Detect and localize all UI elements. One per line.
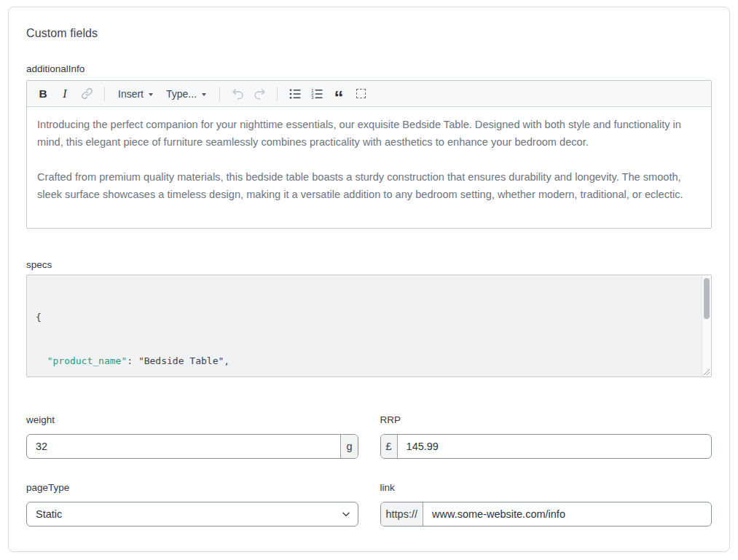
- undo-icon: [231, 87, 245, 100]
- bold-button[interactable]: B: [33, 84, 53, 104]
- page-type-field: pageType Static: [26, 481, 358, 527]
- blockquote-button[interactable]: “: [329, 84, 349, 104]
- bullet-list-icon: [288, 87, 302, 100]
- toolbar-divider: [219, 87, 220, 101]
- italic-button[interactable]: I: [55, 84, 75, 104]
- insert-menu-button[interactable]: Insert: [112, 84, 159, 104]
- toolbar-divider: [277, 87, 278, 101]
- rrp-field: RRP £: [380, 414, 713, 459]
- page-type-select-wrap: Static: [26, 502, 358, 527]
- link-field: link https://: [380, 481, 713, 527]
- editor-paragraph: Crafted from premium quality materials, …: [37, 168, 701, 203]
- numbered-list-icon: 123: [310, 87, 323, 100]
- specs-label: specs: [26, 259, 712, 271]
- page-title: Custom fields: [26, 27, 712, 40]
- rrp-input-group: £: [380, 434, 713, 459]
- protocol-prefix: https://: [381, 502, 424, 526]
- specs-code: { "product_name": "Bedside Table", "mate…: [27, 275, 711, 377]
- editor-content[interactable]: Introducing the perfect companion for yo…: [27, 107, 711, 228]
- code-line: {: [36, 310, 694, 325]
- numbered-list-button[interactable]: 123: [307, 84, 327, 104]
- weight-field: weight g: [26, 414, 358, 459]
- dashed-box-icon: [356, 89, 366, 98]
- link-label: link: [380, 481, 713, 494]
- chevron-down-icon: [202, 93, 206, 96]
- custom-fields-card: Custom fields additionalInfo B I Insert …: [8, 7, 730, 552]
- redo-button[interactable]: [249, 84, 270, 104]
- weight-input-group: g: [26, 434, 358, 459]
- bullet-list-button[interactable]: [285, 84, 305, 104]
- dashed-box-button[interactable]: [350, 84, 371, 104]
- scrollbar-thumb[interactable]: [704, 278, 710, 319]
- editor-toolbar: B I Insert Type...: [27, 81, 711, 107]
- specs-scrollbar[interactable]: [702, 275, 711, 376]
- rrp-label: RRP: [380, 414, 713, 426]
- weight-input[interactable]: [27, 435, 340, 458]
- svg-text:3: 3: [311, 95, 313, 100]
- specs-textarea[interactable]: { "product_name": "Bedside Table", "mate…: [26, 275, 712, 377]
- rrp-input[interactable]: [398, 435, 711, 458]
- toolbar-divider: [104, 87, 105, 101]
- undo-button[interactable]: [227, 84, 248, 104]
- rich-text-editor: B I Insert Type...: [26, 80, 712, 229]
- editor-paragraph: Introducing the perfect companion for yo…: [37, 116, 701, 151]
- link-input-group: https://: [380, 502, 713, 527]
- additional-info-label: additionalInfo: [26, 63, 712, 75]
- blockquote-icon: “: [334, 94, 344, 101]
- chevron-down-icon: [149, 93, 153, 96]
- currency-prefix: £: [381, 435, 398, 458]
- code-line: "product_name": "Bedside Table",: [36, 354, 694, 368]
- insert-menu-label: Insert: [118, 88, 144, 100]
- link-button[interactable]: [76, 84, 97, 104]
- type-menu-label: Type...: [166, 88, 197, 100]
- fields-grid: weight g RRP £ pageType Static: [26, 414, 712, 527]
- redo-icon: [253, 87, 267, 100]
- page-type-label: pageType: [26, 481, 358, 494]
- weight-label: weight: [26, 414, 358, 426]
- type-menu-button[interactable]: Type...: [160, 84, 212, 104]
- page-type-select[interactable]: Static: [26, 502, 358, 527]
- link-icon: [81, 87, 93, 100]
- weight-unit-suffix: g: [340, 435, 357, 458]
- link-input[interactable]: [423, 502, 711, 526]
